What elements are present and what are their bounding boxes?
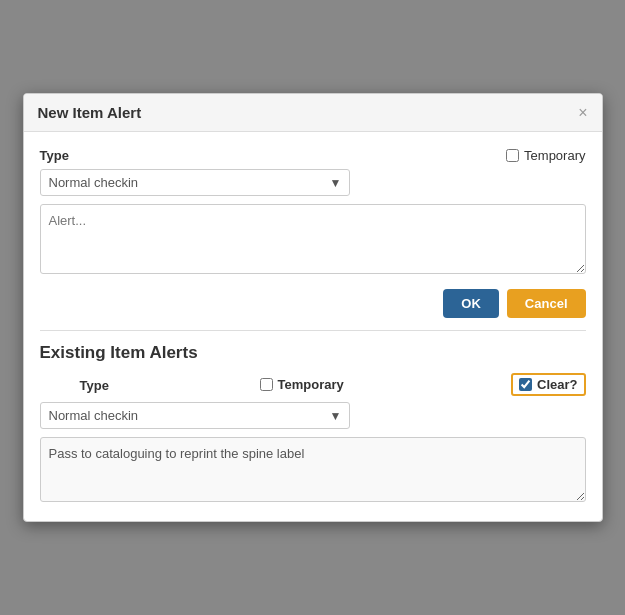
cancel-button[interactable]: Cancel <box>507 289 586 318</box>
existing-temporary-checkbox[interactable] <box>260 378 273 391</box>
existing-temporary-header-label: Temporary <box>278 377 344 392</box>
modal-dialog: New Item Alert × Type Temporary Normal c… <box>23 93 603 522</box>
new-alert-textarea[interactable] <box>40 204 586 274</box>
new-type-select-wrapper: Normal checkin ▼ <box>40 169 350 196</box>
existing-temporary-col-header: Temporary <box>260 377 380 392</box>
section-divider <box>40 330 586 331</box>
modal-header: New Item Alert × <box>24 94 602 132</box>
modal-title: New Item Alert <box>38 104 142 121</box>
ok-button[interactable]: OK <box>443 289 499 318</box>
existing-alerts-title: Existing Item Alerts <box>40 343 586 363</box>
existing-alert-textarea[interactable]: Pass to cataloguing to reprint the spine… <box>40 437 586 502</box>
temporary-text-new: Temporary <box>524 148 585 163</box>
type-label: Type <box>40 148 69 163</box>
button-row: OK Cancel <box>40 289 586 318</box>
clear-box: Clear? <box>511 373 585 396</box>
existing-type-select[interactable]: Normal checkin <box>40 402 350 429</box>
new-alert-type-row: Type Temporary <box>40 148 586 163</box>
existing-type-header-label: Type <box>80 378 109 393</box>
existing-clear-col-header: Clear? <box>380 373 586 396</box>
temporary-checkbox-label[interactable]: Temporary <box>506 148 585 163</box>
modal-body: Type Temporary Normal checkin ▼ OK Cance… <box>24 132 602 521</box>
existing-header-row: Type Temporary Clear? <box>40 373 586 396</box>
existing-type-select-wrapper: Normal checkin ▼ <box>40 402 350 429</box>
existing-type-col-header: Type <box>40 377 260 393</box>
close-button[interactable]: × <box>578 105 587 121</box>
temporary-checkbox-new[interactable] <box>506 149 519 162</box>
new-type-select[interactable]: Normal checkin <box>40 169 350 196</box>
clear-checkbox[interactable] <box>519 378 532 391</box>
clear-label: Clear? <box>537 377 577 392</box>
